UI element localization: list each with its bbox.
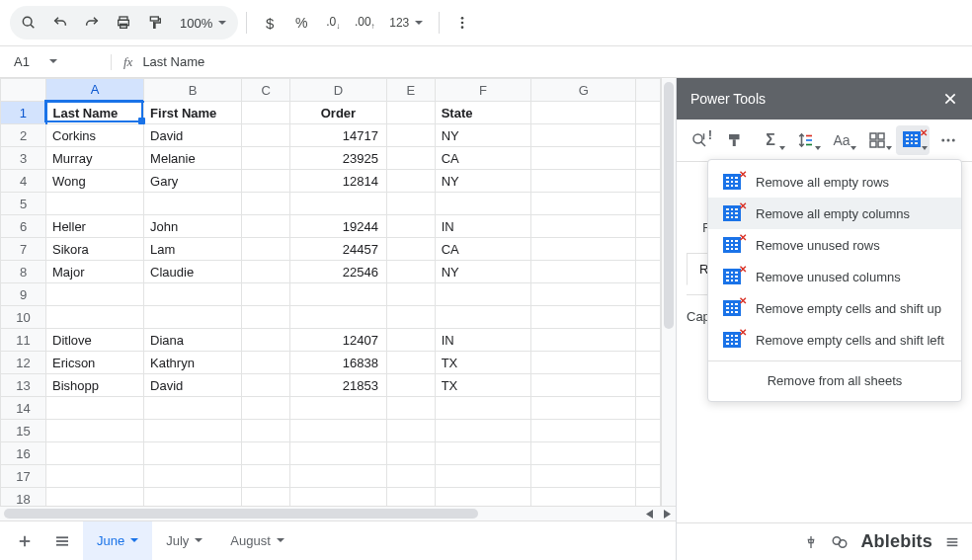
column-header-end[interactable]: [636, 79, 661, 102]
row-header-6[interactable]: 6: [1, 215, 46, 238]
cell-C3[interactable]: [242, 147, 290, 170]
cell-G16[interactable]: [531, 442, 636, 465]
cell-A17[interactable]: [46, 465, 144, 488]
cell-end10[interactable]: [636, 306, 661, 329]
cell-E8[interactable]: [386, 261, 435, 283]
row-header-18[interactable]: 18: [1, 488, 46, 507]
row-header-11[interactable]: 11: [1, 329, 46, 352]
decrease-decimal-button[interactable]: .0↓: [318, 8, 348, 38]
cell-A12[interactable]: Ericson: [46, 352, 144, 374]
cell-D17[interactable]: [290, 465, 387, 488]
row-header-4[interactable]: 4: [1, 170, 46, 193]
cell-A14[interactable]: [46, 397, 144, 420]
cell-B9[interactable]: [144, 283, 242, 306]
cell-A16[interactable]: [46, 442, 144, 465]
row-header-8[interactable]: 8: [1, 261, 46, 283]
cell-C2[interactable]: [242, 124, 290, 147]
cell-D3[interactable]: 23925: [290, 147, 387, 170]
cell-end4[interactable]: [636, 170, 661, 193]
row-header-12[interactable]: 12: [1, 352, 46, 374]
cell-B8[interactable]: Claudie: [144, 261, 242, 283]
cell-A1[interactable]: Last Name: [46, 102, 144, 124]
cell-C14[interactable]: [242, 397, 290, 420]
horizontal-scrollbar[interactable]: [0, 506, 676, 520]
cell-D15[interactable]: [290, 420, 387, 442]
cell-G7[interactable]: [531, 238, 636, 261]
cell-end15[interactable]: [636, 420, 661, 442]
cell-end13[interactable]: [636, 374, 661, 397]
cell-A6[interactable]: Heller: [46, 215, 144, 238]
cell-B18[interactable]: [144, 488, 242, 507]
vertical-scrollbar[interactable]: [661, 78, 676, 506]
row-header-10[interactable]: 10: [1, 306, 46, 329]
sum-tool[interactable]: Σ: [754, 125, 787, 155]
cell-D18[interactable]: [290, 488, 387, 507]
row-header-7[interactable]: 7: [1, 238, 46, 261]
cell-B5[interactable]: [144, 193, 242, 215]
cell-B2[interactable]: David: [144, 124, 242, 147]
cell-B7[interactable]: Lam: [144, 238, 242, 261]
cell-B1[interactable]: First Name: [144, 102, 242, 124]
cell-F2[interactable]: NY: [435, 124, 531, 147]
dd-item[interactable]: ✕ Remove unused rows: [708, 229, 961, 261]
cell-D7[interactable]: 24457: [290, 238, 387, 261]
cell-end7[interactable]: [636, 238, 661, 261]
cell-E2[interactable]: [386, 124, 435, 147]
scroll-right-button[interactable]: [658, 507, 676, 520]
undo-button[interactable]: [45, 8, 75, 38]
text-case-tool[interactable]: Aa: [825, 125, 858, 155]
increase-decimal-button[interactable]: .00↑: [350, 8, 379, 38]
cell-F12[interactable]: TX: [435, 352, 531, 374]
cell-E4[interactable]: [386, 170, 435, 193]
cell-F11[interactable]: IN: [435, 329, 531, 352]
column-header-D[interactable]: D: [290, 79, 387, 102]
cell-end9[interactable]: [636, 283, 661, 306]
smart-cleanup-tool[interactable]: !: [683, 125, 716, 155]
cell-A9[interactable]: [46, 283, 144, 306]
cell-A11[interactable]: Ditlove: [46, 329, 144, 352]
cell-D2[interactable]: 14717: [290, 124, 387, 147]
row-header-9[interactable]: 9: [1, 283, 46, 306]
cell-F1[interactable]: State: [435, 102, 531, 124]
cell-A15[interactable]: [46, 420, 144, 442]
dd-item-remove-all-sheets[interactable]: Remove from all sheets: [708, 366, 961, 395]
cell-C15[interactable]: [242, 420, 290, 442]
cell-E1[interactable]: [386, 102, 435, 124]
cell-F7[interactable]: CA: [435, 238, 531, 261]
row-header-2[interactable]: 2: [1, 124, 46, 147]
cell-F3[interactable]: CA: [435, 147, 531, 170]
column-header-B[interactable]: B: [144, 79, 242, 102]
all-sheets-button[interactable]: [45, 526, 79, 556]
cell-E10[interactable]: [386, 306, 435, 329]
row-header-13[interactable]: 13: [1, 374, 46, 397]
zoom-dropdown[interactable]: 100%: [172, 8, 234, 38]
cell-D6[interactable]: 19244: [290, 215, 387, 238]
row-header-16[interactable]: 16: [1, 442, 46, 465]
select-all-corner[interactable]: [1, 79, 46, 102]
add-sheet-button[interactable]: [8, 526, 41, 556]
cell-C6[interactable]: [242, 215, 290, 238]
cell-G14[interactable]: [531, 397, 636, 420]
cell-C10[interactable]: [242, 306, 290, 329]
column-header-F[interactable]: F: [435, 79, 531, 102]
cell-G5[interactable]: [531, 193, 636, 215]
row-header-5[interactable]: 5: [1, 193, 46, 215]
cell-D9[interactable]: [290, 283, 387, 306]
percent-button[interactable]: %: [286, 8, 316, 38]
cell-G12[interactable]: [531, 352, 636, 374]
dd-item[interactable]: ✕ Remove empty cells and shift up: [708, 292, 961, 324]
cell-E11[interactable]: [386, 329, 435, 352]
cell-F15[interactable]: [435, 420, 531, 442]
number-format-dropdown[interactable]: 123: [381, 8, 431, 38]
cell-end14[interactable]: [636, 397, 661, 420]
pin-icon[interactable]: [803, 534, 819, 550]
panel-menu-icon[interactable]: [944, 534, 960, 550]
column-header-G[interactable]: G: [531, 79, 636, 102]
cell-C5[interactable]: [242, 193, 290, 215]
spreadsheet-grid[interactable]: ABCDEFG1Last NameFirst NameOrderState2Co…: [0, 78, 661, 506]
grid-tool[interactable]: [860, 125, 894, 155]
cell-G18[interactable]: [531, 488, 636, 507]
cell-E18[interactable]: [386, 488, 435, 507]
cell-A5[interactable]: [46, 193, 144, 215]
cell-G1[interactable]: [531, 102, 636, 124]
